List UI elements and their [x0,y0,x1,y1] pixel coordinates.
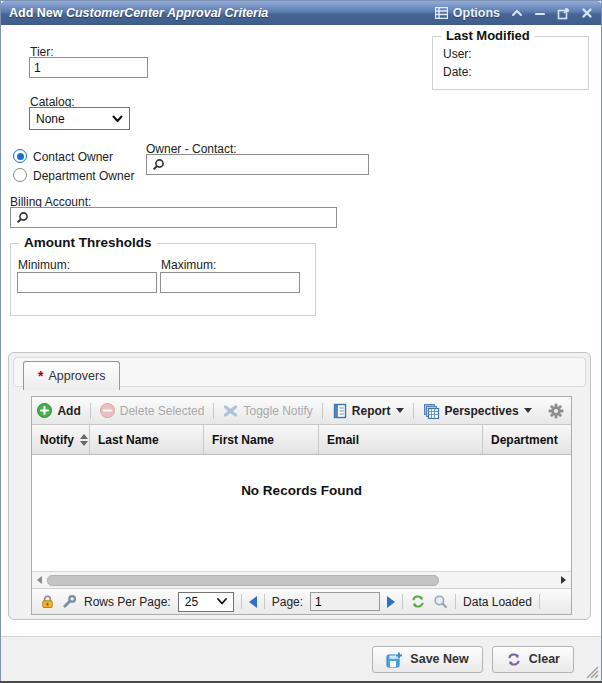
column-header-last-name-label: Last Name [98,433,159,447]
next-page-icon[interactable] [387,596,395,608]
grid-body: No Records Found [32,455,571,571]
page-label: Page: [272,595,303,609]
pager-status: Data Loaded [463,595,532,609]
delete-selected-button[interactable]: Delete Selected [100,403,205,418]
grid-toolbar: Add Delete Selected Toggle Notify [32,397,571,425]
divider [402,594,403,609]
catalog-select[interactable]: None [29,107,130,130]
gear-icon [548,403,564,419]
add-button[interactable]: Add [37,403,80,418]
report-icon [332,403,347,419]
refresh-icon[interactable] [410,594,426,609]
dropdown-caret-icon [396,408,404,413]
close-icon[interactable] [581,7,593,19]
scroll-right-arrow-icon[interactable] [561,576,566,584]
department-owner-label: Department Owner [33,169,134,183]
chevron-down-icon [217,598,227,605]
maximum-label: Maximum: [161,258,216,272]
perspectives-button[interactable]: Perspectives [423,403,532,419]
chevron-down-icon [112,115,123,123]
delete-selected-label: Delete Selected [120,404,205,418]
save-new-button[interactable]: Save New [372,646,482,673]
column-header-last-name[interactable]: Last Name [90,425,204,454]
footer-bar: Save New Clear [1,636,601,681]
owner-contact-input[interactable] [146,154,369,175]
search-icon[interactable] [433,594,448,609]
resize-grip[interactable] [584,665,599,679]
catalog-selected-value: None [36,112,65,126]
column-header-first-name-label: First Name [212,433,274,447]
column-header-first-name[interactable]: First Name [204,425,319,454]
popout-icon[interactable] [557,7,570,20]
column-header-notify[interactable]: Notify [32,425,90,454]
column-header-department-label: Department [491,433,558,447]
clear-button[interactable]: Clear [492,646,574,673]
required-asterisk-icon: * [38,369,43,383]
divider [264,594,265,609]
divider [213,403,214,419]
tab-strip: * Approvers [13,357,586,387]
last-modified-user-label: User: [443,47,472,61]
dropdown-caret-icon [524,408,532,413]
horizontal-scrollbar[interactable] [32,571,571,588]
grid-pager: Rows Per Page: 25 Page: [32,588,571,614]
last-modified-group: Last Modified User: Date: [432,36,589,90]
amount-thresholds-group: Amount Thresholds Minimum: Maximum: [10,243,316,316]
column-header-email-label: Email [327,433,359,447]
titlebar[interactable]: Add New CustomerCenter Approval Criteria… [1,1,601,25]
delete-icon [100,403,115,418]
minimum-label: Minimum: [18,258,70,272]
maximum-input[interactable] [160,272,300,293]
divider [539,594,540,609]
lock-icon[interactable] [40,594,55,609]
add-icon [37,403,52,418]
window-title-emphasis: CustomerCenter Approval Criteria [66,6,268,20]
scrollbar-thumb[interactable] [47,575,439,586]
column-header-email[interactable]: Email [319,425,483,454]
amount-thresholds-legend: Amount Thresholds [19,235,157,250]
department-owner-radio[interactable] [13,168,27,182]
clear-label: Clear [529,652,560,666]
last-modified-date-label: Date: [443,65,472,79]
divider [90,403,91,419]
rows-per-page-label: Rows Per Page: [84,595,171,609]
approvers-grid: Add Delete Selected Toggle Notify [31,396,572,615]
rows-per-page-value: 25 [185,595,198,609]
titlebar-controls: Options [435,6,593,20]
divider [413,403,414,419]
billing-account-input[interactable] [10,207,337,228]
minimum-input[interactable] [17,272,157,293]
contact-owner-radio[interactable] [13,149,27,163]
collapse-icon[interactable] [511,7,523,19]
toggle-notify-button[interactable]: Toggle Notify [223,404,312,418]
rows-per-page-select[interactable]: 25 [178,592,234,612]
report-label: Report [352,404,391,418]
last-modified-legend: Last Modified [441,28,535,43]
contact-owner-label: Contact Owner [33,150,113,164]
tier-input[interactable] [29,57,148,78]
report-button[interactable]: Report [332,403,404,419]
wrench-icon[interactable] [62,594,77,609]
divider [455,594,456,609]
window-title-prefix: Add New [9,6,66,20]
options-icon [435,7,448,19]
scroll-left-arrow-icon[interactable] [37,576,42,584]
clear-icon [506,652,522,667]
perspectives-label: Perspectives [445,404,519,418]
grid-header-row: Notify Last Name First Name Email Depart… [32,425,571,455]
toggle-notify-label: Toggle Notify [243,404,312,418]
minimize-icon[interactable] [534,7,546,19]
options-button[interactable]: Options [435,6,500,20]
column-header-department[interactable]: Department [483,425,571,454]
tab-approvers[interactable]: * Approvers [23,361,120,390]
toggle-notify-icon [223,404,238,418]
divider [322,403,323,419]
save-new-label: Save New [410,652,468,666]
previous-page-icon[interactable] [249,596,257,608]
page-input[interactable] [310,592,380,611]
dialog-window: Add New CustomerCenter Approval Criteria… [0,0,602,683]
grid-settings-button[interactable] [548,403,564,423]
sort-icon[interactable] [80,434,88,446]
empty-message: No Records Found [32,483,571,498]
tab-approvers-label: Approvers [48,369,105,383]
